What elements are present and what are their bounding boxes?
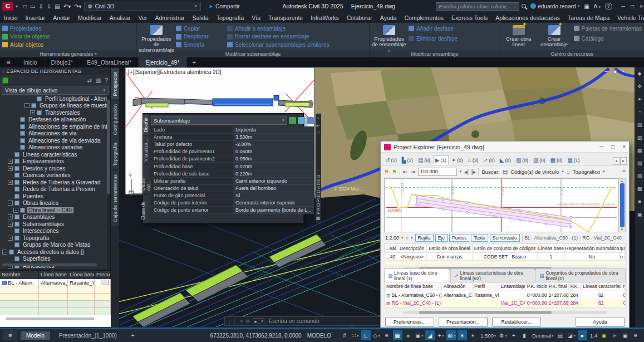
command-customize-icon[interactable]: ⚙ [245, 319, 250, 324]
column-header[interactable]: Línea base ... [68, 271, 95, 279]
isometric-drafting-toggle[interactable]: ≡ ▾ [382, 330, 392, 340]
visual-styles-icon[interactable]: ■ [638, 199, 641, 204]
tree-item-accesos-directos[interactable]: - Accesos directos a datos [] [0, 248, 107, 256]
toolspace-header[interactable]: ‖ ESPACIO DE HERRAMIENTAS [0, 67, 110, 75]
tree-item-subensamblajes[interactable]: + Subensamblajes [0, 221, 107, 228]
pe-tab-corridors[interactable]: ▶ (1) [433, 155, 449, 165]
palette-tab[interactable]: Visualiza... [143, 136, 149, 164]
tree-expand-toggle[interactable]: + [8, 159, 13, 164]
tree-item-desvios-cruces[interactable]: + Desvíos y cruces [0, 165, 107, 172]
baseline-row[interactable]: ▥BL - Alternativa_C50 - (1) Alternativa_… [385, 291, 625, 299]
pe-maximize-button[interactable]: □ [611, 144, 614, 150]
ribbon-tab[interactable]: Express Tools [448, 12, 491, 23]
property-value[interactable]: 0.070m [233, 163, 314, 170]
polar-tracking-toggle[interactable]: ◇ ▾ [372, 330, 381, 340]
ribbon-tab[interactable]: Aplicaciones destacadas [491, 12, 564, 23]
ribbon-tab[interactable]: Transparente [264, 12, 307, 23]
properties-button[interactable]: Propiedades [2, 25, 50, 32]
assembly-properties-button[interactable]: Propiedades de ensamblaje ▾ [372, 24, 406, 49]
object-viewer-button[interactable]: Visor de objetos [2, 33, 50, 41]
tree-expand-toggle[interactable]: + [8, 222, 13, 227]
design-center-icon[interactable]: ▧ [637, 160, 642, 166]
doc-close-button[interactable]: × [622, 69, 625, 74]
units-control[interactable]: Decimal ▾ [530, 330, 554, 340]
tree-expand-toggle[interactable]: + [13, 208, 18, 213]
palette-autohide-icon[interactable]: ⇤ [316, 123, 320, 128]
section-view-graph[interactable]: -10.000 -5.000 0.000 5.000 124.000 Eleva… [384, 178, 619, 232]
pe-flag-filter-icon[interactable]: ⚑ [384, 169, 389, 175]
ribbon-tab[interactable]: Analizar [106, 12, 135, 23]
pe-tab-intersections[interactable]: ✦ (0) [449, 155, 465, 165]
pe-title-bar[interactable]: Project Explorer [Ejercicio_49.dwg] ─ □ … [381, 141, 629, 153]
graph-toggle-chip[interactable]: Puntos [449, 234, 469, 242]
command-grip-icon[interactable]: ⋮⋮ [227, 319, 237, 324]
copy-button[interactable]: Copiar [176, 25, 225, 32]
tree-expand-toggle[interactable]: + [8, 166, 13, 171]
list-horizontal-scrollbar[interactable] [6, 317, 94, 320]
remove-offset-button[interactable]: Borrar desfase en ensamblaje [227, 33, 330, 41]
new-layout-button[interactable]: + [126, 331, 140, 340]
layer-panel-icon[interactable]: ▦ [637, 148, 642, 153]
pe-tab-pressure-networks[interactable]: ▩ (0) [548, 155, 565, 165]
ribbon-tab[interactable]: Topografía [213, 12, 248, 23]
pe-flag-add-icon[interactable]: ⚑ [392, 169, 397, 175]
column-header[interactable]: Descripción [397, 244, 427, 252]
tree-item-lineas-caracteristicas[interactable]: Líneas características [0, 151, 107, 158]
share-button[interactable]: ➤ Compartir [209, 3, 240, 9]
ribbon-tab[interactable]: Complementos [400, 12, 448, 23]
user-account-button[interactable]: eduardo.renard ▾ [530, 3, 579, 9]
maximize-button[interactable]: □ [631, 3, 634, 9]
pe-minimize-button[interactable]: ─ [599, 144, 603, 150]
tree-item-emplazamientos[interactable]: + Emplazamientos [0, 158, 107, 165]
palette-tab[interactable]: Clase de ... [143, 195, 149, 223]
property-value[interactable]: Fuera del bombeo [233, 185, 314, 192]
command-line[interactable]: ⋮⋮ × ⚙ ▸_▾ [224, 316, 386, 326]
column-header[interactable]: Estilo de conjunto de códigos [473, 244, 538, 252]
3d-object-snap-toggle[interactable]: ▣ ▾ [414, 330, 424, 340]
toolspace-side-tab[interactable]: Caja de herramientas [111, 171, 119, 226]
tree-item-superficies[interactable]: Superficies [0, 256, 107, 263]
dynamic-ucs-toggle[interactable]: ◢ ▾ [425, 330, 435, 340]
properties-panel-icon[interactable]: ▥ [637, 135, 642, 140]
add-scales-icon[interactable]: + ▾ [509, 330, 519, 340]
object-type-dropdown[interactable]: Subensamblaje ▾ [151, 116, 287, 125]
ribbon-tab[interactable]: InfraWorks [307, 12, 343, 23]
dynamic-input-toggle[interactable]: + ▾ [436, 330, 445, 340]
tree-item-grupos-lineas-muestreo[interactable]: - Grupos de líneas de muestreo [0, 102, 107, 110]
sheet-set-icon[interactable]: ▨ [637, 173, 642, 179]
list-row[interactable]: BL - Altern: Alternativa_C Rasante_Vial … [0, 279, 111, 286]
tree-item-alineaciones-empalme[interactable]: Alineaciones de empalme de intersección [0, 123, 107, 130]
tree-item-ensamblajes[interactable]: + Ensamblajes [0, 214, 107, 221]
property-value[interactable]: 3.500m [233, 134, 314, 141]
tree-expand-toggle[interactable]: + [8, 214, 13, 219]
catalog-button[interactable]: Catálogo [574, 35, 642, 42]
column-header[interactable]: Modo de bloqueo de región [620, 244, 625, 252]
toolspace-side-tab[interactable]: Prospector [111, 69, 119, 100]
hardware-accel-toggle[interactable]: ➤ ▾ [610, 330, 620, 340]
property-value[interactable]: Izquierda [233, 126, 314, 134]
column-header[interactable]: Regeneración automática [565, 244, 620, 252]
property-value[interactable]: Carril exterior izquierdo [233, 178, 314, 185]
open-drawing-icon[interactable]: ▭ [30, 3, 35, 9]
property-value[interactable]: Generatriz interior superior [233, 199, 314, 207]
pe-tab-subassemblies[interactable]: ▤ (8) [416, 155, 432, 165]
column-header[interactable]: Ensamblaje [499, 283, 525, 291]
ribbon-tab[interactable]: Vehicle Tracking [613, 12, 644, 23]
annotation-scale-control[interactable]: 1:500 ▾ [479, 330, 497, 340]
ribbon-tab[interactable]: Ver [135, 12, 151, 23]
app-menu-button[interactable]: C [2, 2, 13, 11]
graph-toggle-chip[interactable]: Eje [435, 234, 448, 242]
nav-orbit-icon[interactable]: ◔ [638, 109, 641, 115]
graph-zoom-icon[interactable]: ○ [406, 235, 409, 241]
command-close-icon[interactable]: × [240, 319, 243, 324]
drawing-tab[interactable]: E49_ObraLineal* × [80, 57, 139, 67]
tree-item-puentes[interactable]: Puentes [0, 193, 107, 200]
pe-station-first-icon[interactable]: ⇤ [403, 169, 407, 175]
ribbon-tab[interactable]: Salida [188, 12, 212, 23]
pe-filter1-dropdown[interactable]: Código(s) de vínculo [510, 169, 559, 175]
tool-palettes-panel-icon[interactable]: ▤ [637, 122, 642, 128]
add-offset-button[interactable]: Añadir desfase [409, 25, 458, 32]
ellipsis-button[interactable]: ··· [101, 280, 109, 285]
column-header[interactable]: Líneas base [538, 244, 564, 252]
model-tab[interactable]: Modelo [21, 331, 50, 340]
